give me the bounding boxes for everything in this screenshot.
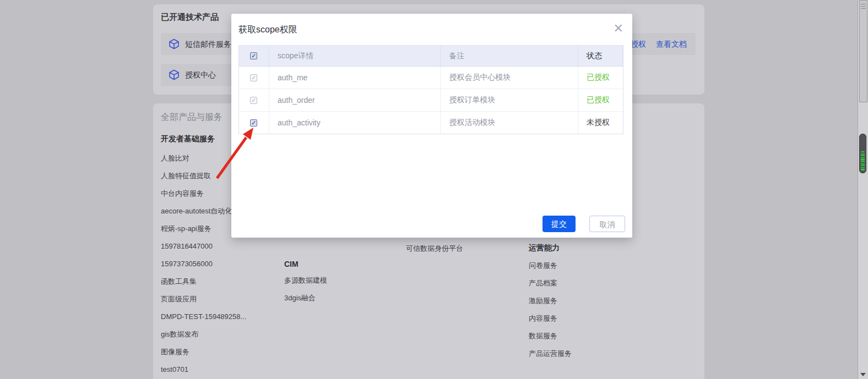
browser-scrollbar[interactable] bbox=[858, 0, 868, 379]
select-all-cell: ✓ bbox=[239, 46, 269, 66]
row-checkbox: ✓ bbox=[250, 97, 257, 104]
close-icon[interactable]: ✕ bbox=[614, 21, 623, 36]
column-header-remark: 备注 bbox=[441, 46, 578, 66]
product-name: 授权中心 bbox=[185, 64, 216, 86]
product-list-item[interactable]: 页面级应用 bbox=[161, 290, 246, 308]
scrollbar-down-arrow[interactable] bbox=[860, 373, 866, 376]
service-auth-link[interactable]: 授权 bbox=[631, 40, 646, 48]
select-all-checkbox[interactable]: ✓ bbox=[250, 52, 257, 59]
category-item-list: 问卷服务产品档案激励服务内容服务数据服务产品运营服务 bbox=[529, 257, 572, 362]
product-list-item[interactable]: 多源数据建模 bbox=[284, 272, 327, 289]
scrollbar-thumb[interactable] bbox=[859, 0, 867, 102]
product-list-item[interactable]: 激励服务 bbox=[529, 292, 572, 310]
product-list-item[interactable]: gis数据发布 bbox=[161, 326, 246, 343]
product-list-item[interactable]: 内容服务 bbox=[529, 310, 572, 327]
table-header-row: ✓ scope详情 备注 状态 bbox=[239, 46, 623, 67]
product-list-item[interactable]: test0701 bbox=[161, 361, 246, 378]
category-item-list: 多源数据建模3dgis融合 bbox=[284, 272, 327, 307]
extension-indicator bbox=[859, 134, 866, 173]
table-row: ✓auth_me授权会员中心模块已授权 bbox=[239, 67, 623, 89]
product-name: 短信邮件服务 bbox=[185, 33, 231, 55]
product-list-item[interactable]: 1597373056000 bbox=[161, 255, 246, 273]
scope-permission-modal: 获取scope权限 ✕ ✓ scope详情 备注 状态 ✓auth_me授权会员… bbox=[231, 14, 632, 238]
cube-icon bbox=[168, 38, 180, 50]
scope-remark: 授权活动模块 bbox=[441, 112, 578, 134]
category-header: 运营能力 bbox=[529, 242, 560, 253]
category-item-list: 可信数据身份平台 bbox=[406, 240, 463, 257]
all-products-title: 全部产品与服务 bbox=[161, 112, 223, 123]
product-list-item[interactable]: 问卷服务 bbox=[529, 257, 572, 274]
column-header-status: 状态 bbox=[578, 46, 623, 66]
cube-icon bbox=[168, 69, 180, 81]
indicator-green-stripes bbox=[861, 151, 865, 171]
scope-table: ✓ scope详情 备注 状态 ✓auth_me授权会员中心模块已授权✓auth… bbox=[238, 45, 623, 134]
scope-name: auth_me bbox=[269, 67, 441, 89]
product-list-item[interactable]: 1597816447000 bbox=[161, 238, 246, 255]
submit-button[interactable]: 提交 bbox=[542, 216, 576, 232]
row-checkbox: ✓ bbox=[250, 74, 257, 81]
product-list-item[interactable]: 可信数据身份平台 bbox=[406, 240, 463, 257]
category-header: 开发者基础服务 bbox=[161, 133, 215, 144]
product-list-item[interactable]: 产品档案 bbox=[529, 274, 572, 292]
table-row: ✓auth_order授权订单模块已授权 bbox=[239, 89, 623, 112]
product-list-item[interactable]: 3dgis融合 bbox=[284, 289, 327, 307]
scope-status: 已授权 bbox=[578, 67, 623, 89]
column-header-scope: scope详情 bbox=[269, 46, 441, 66]
product-list-item[interactable]: 产品运营服务 bbox=[529, 345, 572, 362]
scope-remark: 授权订单模块 bbox=[441, 89, 578, 111]
row-checkbox-cell: ✓ bbox=[239, 67, 269, 89]
row-checkbox[interactable]: ✓ bbox=[250, 119, 257, 127]
scope-table-body: ✓auth_me授权会员中心模块已授权✓auth_order授权订单模块已授权✓… bbox=[239, 67, 623, 134]
modal-title: 获取scope权限 bbox=[238, 24, 297, 36]
scope-name: auth_order bbox=[269, 89, 441, 111]
opened-products-title: 已开通技术产品 bbox=[161, 12, 219, 23]
row-checkbox-cell: ✓ bbox=[239, 112, 269, 134]
product-list-item[interactable]: DMPD-TEST-159489258... bbox=[161, 308, 246, 326]
product-list-item[interactable]: 数据服务 bbox=[529, 327, 572, 345]
scope-name: auth_activity bbox=[269, 112, 441, 134]
row-checkbox-cell: ✓ bbox=[239, 89, 269, 111]
product-list-item[interactable]: 图像服务 bbox=[161, 343, 246, 361]
scope-status: 未授权 bbox=[578, 112, 623, 134]
product-list-item[interactable]: 函数工具集 bbox=[161, 273, 246, 290]
category-header: CIM bbox=[284, 259, 299, 270]
view-docs-link[interactable]: 查看文档 bbox=[656, 40, 687, 48]
table-row: ✓auth_activity授权活动模块未授权 bbox=[239, 112, 623, 134]
cancel-button[interactable]: 取消 bbox=[589, 216, 625, 232]
scope-status: 已授权 bbox=[578, 89, 623, 111]
scope-remark: 授权会员中心模块 bbox=[441, 67, 578, 89]
